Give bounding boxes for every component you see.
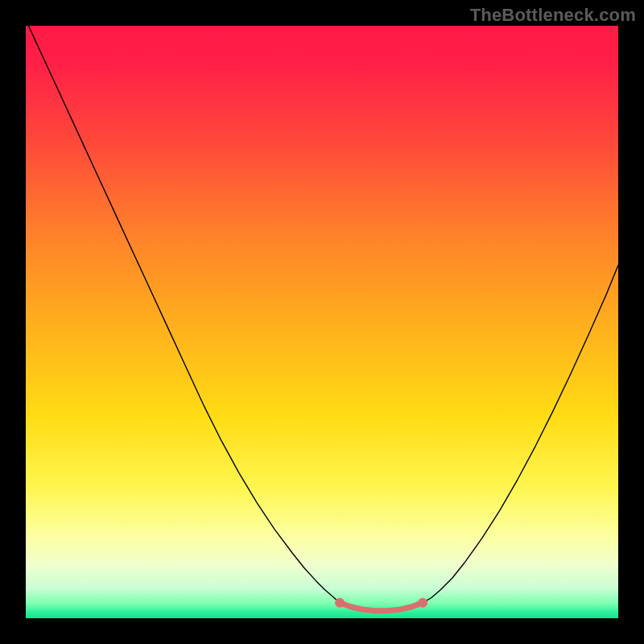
optimal-band-marker xyxy=(408,605,414,610)
optimal-band-marker xyxy=(396,607,402,613)
optimal-band-marker xyxy=(385,609,390,614)
watermark-text: TheBottleneck.com xyxy=(470,5,636,26)
optimal-band-marker xyxy=(361,607,366,613)
chart-frame: TheBottleneck.com xyxy=(0,0,644,644)
chart-plot-area xyxy=(26,26,618,618)
optimal-band-marker xyxy=(373,609,378,614)
optimal-band-marker xyxy=(335,598,345,608)
chart-background xyxy=(26,26,618,618)
optimal-band-marker xyxy=(349,605,355,610)
optimal-band-marker xyxy=(418,598,427,608)
chart-svg xyxy=(26,26,618,618)
